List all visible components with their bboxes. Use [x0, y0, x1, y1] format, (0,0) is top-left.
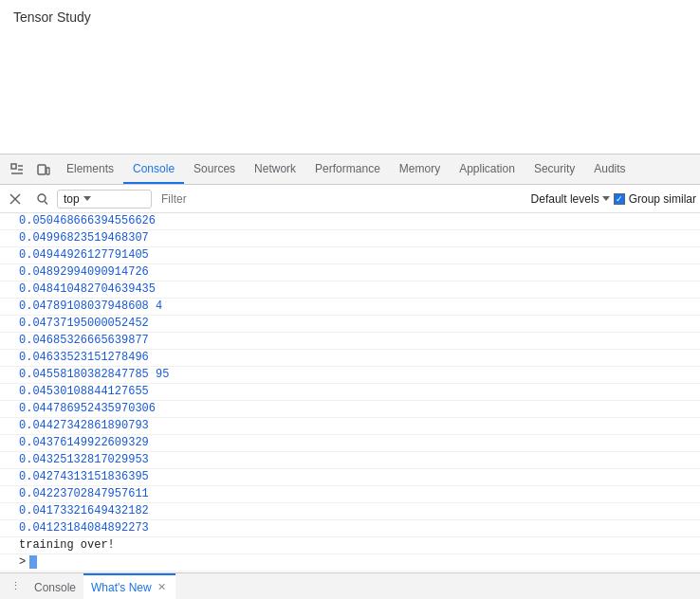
tab-application[interactable]: Application	[450, 154, 525, 184]
svg-rect-4	[38, 165, 46, 174]
console-line: 0.04173321649432182	[0, 503, 700, 520]
filter-input[interactable]	[156, 191, 527, 208]
svg-line-9	[45, 201, 47, 204]
console-line: 0.04274313151836395	[0, 469, 700, 486]
tab-security[interactable]: Security	[525, 154, 584, 184]
console-line: 0.048410482704639435	[0, 281, 700, 299]
training-over-line: training over!	[0, 537, 700, 554]
cursor	[29, 555, 37, 569]
device-toolbar-icon[interactable]	[30, 156, 57, 183]
console-line: 0.04427342861890793	[0, 418, 700, 435]
group-similar-checkbox[interactable]: ✓	[614, 193, 625, 205]
console-output[interactable]: 0.050468666394556626 0.04996823519468307…	[0, 213, 700, 572]
console-line: 0.04376149922609329	[0, 435, 700, 452]
console-line: 0.04633523151278496	[0, 350, 700, 367]
whats-new-close-icon[interactable]: ✕	[156, 580, 168, 594]
console-line: 0.04223702847957611	[0, 486, 700, 503]
page-title: Tensor Study	[13, 9, 91, 25]
clear-console-icon[interactable]	[4, 188, 27, 210]
devtools-tabs-row: Elements Console Sources Network Perform…	[0, 154, 700, 185]
tab-network[interactable]: Network	[245, 154, 305, 184]
console-line: 0.04325132817029953	[0, 452, 700, 469]
inspect-element-icon[interactable]	[4, 156, 30, 183]
tab-memory[interactable]: Memory	[390, 154, 450, 184]
svg-rect-5	[46, 168, 49, 174]
console-line: 0.04944926127791405	[0, 247, 700, 264]
context-selector[interactable]: top	[57, 190, 152, 209]
bottom-tab-whats-new[interactable]: What's New ✕	[83, 573, 175, 599]
svg-point-8	[38, 194, 46, 202]
console-line: 0.04996823519468307	[0, 230, 700, 247]
levels-dropdown-icon	[602, 196, 610, 201]
bottom-tab-bar: ⋮ Console What's New ✕	[0, 572, 700, 599]
context-dropdown-icon	[83, 196, 91, 201]
bottom-tab-console[interactable]: Console	[27, 573, 83, 599]
tab-elements[interactable]: Elements	[57, 154, 123, 184]
svg-rect-0	[11, 164, 16, 169]
console-line: 0.04892994090914726	[0, 264, 700, 281]
console-line: 0.04530108844127655	[0, 384, 700, 401]
filter-icon[interactable]	[30, 188, 53, 210]
tab-performance[interactable]: Performance	[305, 154, 390, 184]
console-line: 0.050468666394556626	[0, 213, 700, 230]
levels-dropdown[interactable]: Default levels	[531, 192, 610, 206]
group-similar-area: ✓ Group similar	[614, 192, 696, 206]
tab-audits[interactable]: Audits	[584, 154, 635, 184]
tab-console[interactable]: Console	[123, 154, 184, 184]
page-content: Tensor Study	[0, 0, 700, 154]
more-options-icon[interactable]: ⋮	[4, 575, 27, 598]
tab-sources[interactable]: Sources	[184, 154, 245, 184]
devtools-panel: Elements Console Sources Network Perform…	[0, 154, 700, 599]
console-line: 0.04558180382847785 95	[0, 367, 700, 384]
console-line: 0.044786952435970306	[0, 401, 700, 418]
console-input-line[interactable]: >	[0, 554, 700, 572]
devtools-tabs: Elements Console Sources Network Perform…	[57, 154, 696, 184]
console-line: 0.04685326665639877	[0, 333, 700, 350]
console-line: 0.04789108037948608 4	[0, 299, 700, 316]
console-toolbar: top Default levels ✓ Group similar	[0, 185, 700, 213]
console-line: 0.04123184084892273	[0, 520, 700, 537]
console-line: 0.04737195000052452	[0, 316, 700, 333]
